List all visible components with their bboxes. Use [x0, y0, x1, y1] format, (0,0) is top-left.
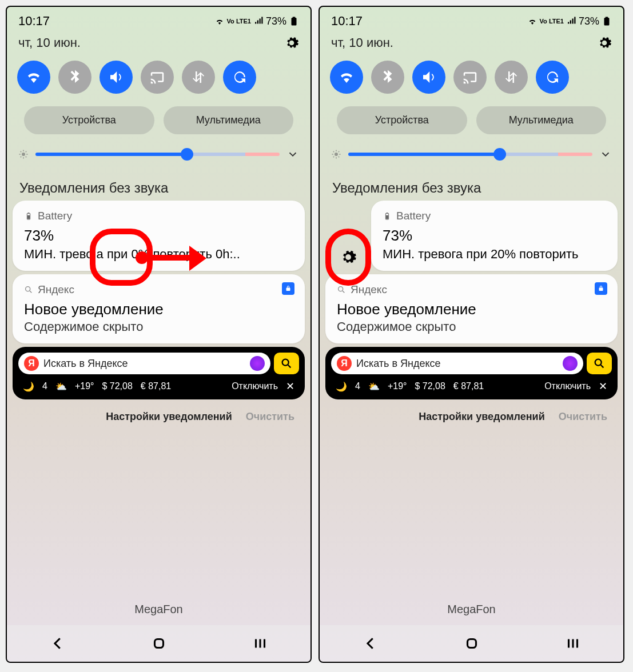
- yandex-search-widget: Я Искать в Яндексе 🌙 4 ⛅ +19° $ 72,08 € …: [325, 347, 618, 399]
- bluetooth-toggle[interactable]: [58, 61, 91, 94]
- silent-section-header: Уведомления без звука: [320, 170, 623, 201]
- battery-icon: [602, 16, 612, 26]
- battery-percent: 73%: [266, 15, 286, 27]
- slider-thumb[interactable]: [181, 148, 193, 161]
- yandex-notif-body: Содержимое скрыто: [337, 319, 606, 334]
- yandex-app-name: Яндекс: [351, 283, 387, 296]
- yandex-notification[interactable]: Яндекс Новое уведомление Содержимое скры…: [325, 274, 618, 343]
- clock: 10:17: [18, 14, 50, 29]
- svg-line-37: [343, 291, 344, 293]
- cast-toggle[interactable]: [453, 61, 487, 94]
- signal-icon: [566, 16, 576, 26]
- close-icon[interactable]: ✕: [599, 380, 607, 393]
- disable-link[interactable]: Отключить: [544, 381, 591, 391]
- phone-screenshot-right: 10:17 Vo LTE1 73% чт, 10 июн. Устройства…: [319, 6, 624, 663]
- status-bar: 10:17 Vo LTE1 73%: [320, 7, 623, 31]
- bluetooth-toggle[interactable]: [371, 61, 404, 94]
- settings-gear-icon[interactable]: [284, 35, 299, 50]
- yandex-search-input[interactable]: Я Искать в Яндексе: [331, 353, 583, 374]
- back-button[interactable]: [362, 635, 379, 652]
- rotate-toggle[interactable]: [223, 61, 256, 94]
- settings-gear-icon[interactable]: [597, 35, 612, 50]
- back-button[interactable]: [49, 635, 66, 652]
- yandex-notif-body: Содержимое скрыто: [24, 319, 293, 334]
- sound-toggle[interactable]: [412, 61, 445, 94]
- cast-toggle[interactable]: [141, 61, 174, 94]
- svg-point-2: [22, 153, 25, 156]
- rotate-toggle[interactable]: [536, 61, 569, 94]
- data-toggle[interactable]: [182, 61, 215, 94]
- yandex-search-input[interactable]: Я Искать в Яндексе: [18, 353, 270, 374]
- svg-line-7: [21, 151, 22, 153]
- svg-point-16: [282, 359, 289, 366]
- weather-cloud-icon: ⛅: [55, 381, 67, 392]
- clear-all-button[interactable]: Очистить: [246, 411, 294, 423]
- search-button[interactable]: [274, 353, 299, 374]
- weather-count: 4: [42, 381, 47, 391]
- wifi-toggle[interactable]: [17, 61, 50, 94]
- svg-line-31: [333, 157, 335, 158]
- wifi-toggle[interactable]: [330, 61, 363, 94]
- svg-line-29: [333, 151, 335, 153]
- search-placeholder: Искать в Яндексе: [356, 358, 558, 370]
- battery-notification-shifted[interactable]: Battery 73% МИН. тревога при 20% повтори…: [371, 201, 618, 271]
- alice-voice-icon[interactable]: [250, 356, 265, 371]
- brightness-icon: [331, 149, 341, 159]
- weather-count: 4: [355, 381, 360, 391]
- network-label: Vo LTE1: [227, 18, 251, 25]
- svg-line-17: [288, 365, 291, 368]
- battery-percent: 73%: [579, 15, 599, 27]
- notification-settings-link[interactable]: Настройки уведомлений: [106, 411, 232, 423]
- clock: 10:17: [331, 14, 363, 29]
- battery-body: МИН. тревога при 20% повторить: [383, 247, 606, 262]
- close-icon[interactable]: ✕: [286, 380, 294, 393]
- media-button[interactable]: Мультимедиа: [164, 106, 294, 134]
- battery-app-icon: [24, 211, 33, 221]
- battery-percent-title: 73%: [24, 227, 293, 245]
- search-icon: [337, 285, 346, 294]
- media-button[interactable]: Мультимедиа: [476, 106, 607, 134]
- devices-button[interactable]: Устройства: [337, 106, 467, 134]
- svg-point-36: [339, 287, 343, 291]
- svg-line-39: [601, 365, 604, 368]
- yandex-app-name: Яндекс: [38, 283, 74, 296]
- svg-line-10: [26, 151, 27, 153]
- sound-toggle[interactable]: [99, 61, 133, 94]
- notification-settings-gear-icon[interactable]: [340, 249, 357, 266]
- svg-rect-40: [467, 639, 476, 648]
- brightness-slider[interactable]: [35, 153, 280, 156]
- battery-icon: [289, 16, 299, 26]
- notification-settings-link[interactable]: Настройки уведомлений: [419, 411, 545, 423]
- clear-all-button[interactable]: Очистить: [559, 411, 607, 423]
- battery-app-icon: [383, 211, 392, 221]
- svg-line-15: [30, 291, 31, 293]
- recents-button[interactable]: [252, 635, 269, 652]
- search-button[interactable]: [587, 353, 612, 374]
- home-button[interactable]: [150, 635, 168, 652]
- battery-notification[interactable]: Battery 73% МИН. трево а при 0% повторит…: [13, 201, 305, 271]
- svg-point-24: [335, 153, 338, 156]
- home-button[interactable]: [463, 635, 480, 652]
- brightness-slider-row: [320, 139, 623, 170]
- yandex-logo-icon: Я: [24, 356, 39, 371]
- status-icons: Vo LTE1 73%: [214, 15, 299, 27]
- recents-button[interactable]: [564, 635, 582, 652]
- phone-screenshot-left: 10:17 Vo LTE1 73% чт, 10 июн. Устройства…: [6, 6, 312, 663]
- battery-app-name: Battery: [396, 210, 431, 222]
- svg-rect-34: [387, 213, 388, 213]
- brightness-slider[interactable]: [348, 153, 592, 156]
- alice-voice-icon[interactable]: [563, 356, 578, 371]
- data-toggle[interactable]: [495, 61, 528, 94]
- svg-rect-1: [293, 17, 296, 18]
- weather-cloud-icon: ⛅: [368, 381, 380, 392]
- navigation-bar: [7, 625, 310, 662]
- expand-chevron-icon[interactable]: [286, 148, 299, 161]
- devices-button[interactable]: Устройства: [24, 106, 154, 134]
- slider-thumb[interactable]: [493, 148, 506, 161]
- yandex-notification[interactable]: Яндекс Новое уведомление Содержимое скры…: [13, 274, 305, 343]
- weather-moon-icon: 🌙: [23, 381, 34, 392]
- expand-chevron-icon[interactable]: [599, 148, 612, 161]
- battery-percent-title: 73%: [383, 227, 606, 245]
- disable-link[interactable]: Отключить: [232, 381, 278, 391]
- network-label: Vo LTE1: [540, 18, 564, 25]
